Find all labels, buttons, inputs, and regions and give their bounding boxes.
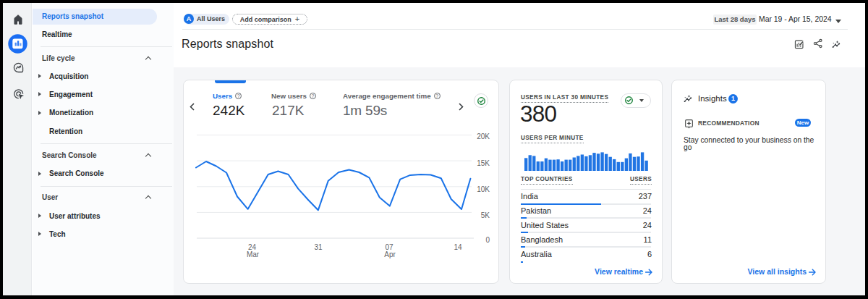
- svg-text:Mar: Mar: [247, 250, 260, 258]
- svg-text:10K: 10K: [477, 185, 490, 193]
- svg-text:Apr: Apr: [384, 250, 396, 258]
- svg-text:5K: 5K: [481, 211, 490, 219]
- svg-text:07: 07: [385, 243, 393, 251]
- svg-text:0: 0: [485, 236, 490, 244]
- svg-text:31: 31: [314, 243, 323, 251]
- svg-text:15K: 15K: [477, 159, 490, 167]
- svg-text:20K: 20K: [477, 132, 490, 140]
- svg-text:14: 14: [454, 243, 462, 251]
- svg-text:24: 24: [248, 243, 257, 251]
